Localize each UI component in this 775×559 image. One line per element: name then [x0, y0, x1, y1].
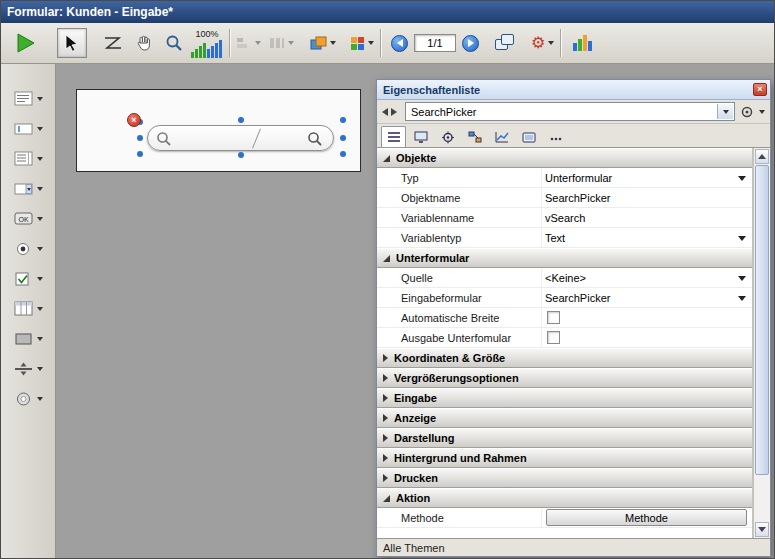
tab-settings[interactable]	[435, 126, 460, 147]
next-page-button[interactable]	[462, 35, 479, 52]
next-object-button[interactable]	[391, 108, 397, 116]
property-row-typ[interactable]: Typ Unterformular	[377, 168, 752, 188]
listbox-tool-button[interactable]	[4, 144, 52, 174]
scrollbar-thumb[interactable]	[755, 165, 769, 475]
radio-tool-button[interactable]	[4, 234, 52, 264]
property-value[interactable]: SearchPicker	[545, 192, 610, 204]
chevron-down-icon[interactable]	[37, 157, 43, 161]
columns-tool-button[interactable]	[4, 294, 52, 324]
property-row-variablentyp[interactable]: Variablentyp Text	[377, 228, 752, 248]
section-header-hintergrund[interactable]: Hintergrund und Rahmen	[377, 448, 752, 468]
zoom-control[interactable]: 100%	[191, 29, 223, 58]
text-tool-button[interactable]	[4, 84, 52, 114]
dropdown-caret-icon[interactable]	[738, 276, 746, 281]
property-row-eingabeformular[interactable]: Eingabeformular SearchPicker	[377, 288, 752, 308]
property-value[interactable]: <Keine>	[545, 272, 586, 284]
zoom-tool-button[interactable]	[165, 34, 183, 52]
chevron-down-icon[interactable]	[37, 127, 43, 131]
selection-handle[interactable]	[137, 151, 143, 157]
run-button[interactable]	[15, 32, 37, 54]
property-row-automatische-breite[interactable]: Automatische Breite	[377, 308, 752, 328]
property-value[interactable]: Text	[545, 232, 565, 244]
warning-badge[interactable]: ×	[127, 113, 141, 127]
scroll-down-button[interactable]	[755, 522, 769, 537]
search-picker-object[interactable]	[147, 125, 334, 151]
palette-titlebar[interactable]: Eigenschaftenliste ×	[377, 80, 770, 100]
tab-property-list[interactable]	[381, 126, 406, 147]
section-header-darstellung[interactable]: Darstellung	[377, 428, 752, 448]
checkbox[interactable]	[547, 311, 560, 324]
chevron-down-icon[interactable]	[37, 337, 43, 341]
splitter-tool-button[interactable]	[4, 354, 52, 384]
object-selector-combobox[interactable]: SearchPicker	[405, 102, 735, 121]
palette-scrollbar[interactable]	[753, 148, 770, 538]
section-header-objekte[interactable]: Objekte	[377, 148, 752, 168]
chevron-down-icon[interactable]	[37, 97, 43, 101]
combobox-tool-button[interactable]	[4, 174, 52, 204]
palette-options-button[interactable]	[740, 105, 765, 119]
section-header-aktion[interactable]: Aktion	[377, 488, 752, 508]
selection-handle[interactable]	[340, 117, 346, 123]
button-tool-button[interactable]: OK	[4, 204, 52, 234]
property-row-variablenname[interactable]: Variablenname vSearch	[377, 208, 752, 228]
property-row-methode[interactable]: Methode Methode	[377, 508, 752, 528]
input-tool-button[interactable]	[4, 114, 52, 144]
property-row-ausgabe-unterfomular[interactable]: Ausgabe Unterfomular	[377, 328, 752, 348]
align-button[interactable]	[236, 36, 261, 50]
tab-chart[interactable]	[489, 126, 514, 147]
color-button[interactable]	[350, 36, 374, 51]
tab-display[interactable]	[516, 126, 541, 147]
window-titlebar[interactable]: Formular: Kunden - Eingabe*	[1, 1, 774, 23]
hand-tool-button[interactable]	[135, 34, 153, 52]
property-value[interactable]: Unterformular	[545, 172, 612, 184]
chevron-down-icon[interactable]	[37, 187, 43, 191]
chevron-down-icon[interactable]	[37, 277, 43, 281]
selection-handle[interactable]	[340, 151, 346, 157]
section-header-anzeige[interactable]: Anzeige	[377, 408, 752, 428]
tab-screen[interactable]	[408, 126, 433, 147]
zoom-bars-icon[interactable]	[191, 40, 223, 58]
dropdown-caret-icon[interactable]	[738, 296, 746, 301]
prev-object-button[interactable]	[382, 108, 388, 116]
section-header-unterformular[interactable]: Unterformular	[377, 248, 752, 268]
palette-statusbar[interactable]: Alle Themen	[377, 538, 770, 556]
property-value[interactable]: SearchPicker	[545, 292, 610, 304]
theme-filter-label[interactable]: Alle Themen	[383, 542, 445, 554]
selection-handle[interactable]	[340, 135, 346, 141]
layer-button[interactable]	[310, 36, 336, 51]
tab-links[interactable]	[462, 126, 487, 147]
checkbox-tool-button[interactable]	[4, 264, 52, 294]
select-tool-button[interactable]	[57, 28, 87, 58]
chevron-down-icon[interactable]	[37, 367, 43, 371]
entry-order-button[interactable]	[103, 35, 123, 51]
section-header-koordinaten[interactable]: Koordinaten & Größe	[377, 348, 752, 368]
tab-more[interactable]	[543, 126, 568, 147]
chevron-down-icon[interactable]	[37, 397, 43, 401]
checkbox[interactable]	[547, 331, 560, 344]
section-header-vergroesserung[interactable]: Vergrößerungsoptionen	[377, 368, 752, 388]
selection-handle[interactable]	[137, 135, 143, 141]
selection-handle[interactable]	[238, 117, 244, 123]
property-row-objektname[interactable]: Objektname SearchPicker	[377, 188, 752, 208]
dropdown-caret-icon[interactable]	[738, 176, 746, 181]
settings-button[interactable]: ⚙	[531, 35, 554, 51]
prev-page-button[interactable]	[391, 35, 408, 52]
chart-button[interactable]	[571, 33, 593, 53]
dropdown-caret-icon[interactable]	[738, 236, 746, 241]
methode-button[interactable]: Methode	[546, 509, 747, 526]
chevron-down-icon[interactable]	[37, 247, 43, 251]
section-header-drucken[interactable]: Drucken	[377, 468, 752, 488]
chevron-down-icon[interactable]	[37, 217, 43, 221]
form-windows-button[interactable]	[495, 34, 515, 52]
scroll-up-button[interactable]	[755, 149, 769, 164]
selection-handle[interactable]	[238, 152, 244, 158]
rectangle-tool-button[interactable]	[4, 324, 52, 354]
distribute-button[interactable]	[269, 36, 294, 50]
chevron-down-icon[interactable]	[37, 307, 43, 311]
combobox-dropdown-button[interactable]	[717, 104, 733, 119]
section-header-eingabe[interactable]: Eingabe	[377, 388, 752, 408]
oval-tool-button[interactable]	[4, 384, 52, 414]
property-row-quelle[interactable]: Quelle <Keine>	[377, 268, 752, 288]
property-value[interactable]: vSearch	[545, 212, 585, 224]
close-icon[interactable]: ×	[753, 83, 767, 96]
